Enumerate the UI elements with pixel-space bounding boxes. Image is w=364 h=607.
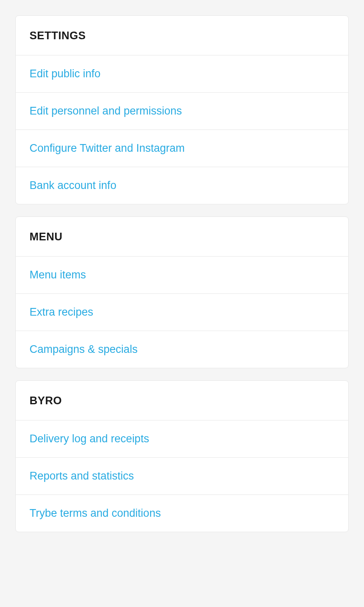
trybe-terms-conditions-link[interactable]: Trybe terms and conditions <box>16 495 348 532</box>
delivery-log-receipts-link[interactable]: Delivery log and receipts <box>16 420 348 458</box>
menu-items-link[interactable]: Menu items <box>16 257 348 294</box>
edit-public-info-link[interactable]: Edit public info <box>16 55 348 93</box>
menu-header: MENU <box>16 217 348 257</box>
byro-header: BYRO <box>16 381 348 420</box>
reports-statistics-link[interactable]: Reports and statistics <box>16 458 348 495</box>
menu-card: MENU Menu items Extra recipes Campaigns … <box>15 216 349 368</box>
byro-card: BYRO Delivery log and receipts Reports a… <box>15 380 349 532</box>
extra-recipes-link[interactable]: Extra recipes <box>16 294 348 331</box>
edit-personnel-permissions-link[interactable]: Edit personnel and permissions <box>16 93 348 130</box>
configure-twitter-instagram-link[interactable]: Configure Twitter and Instagram <box>16 130 348 167</box>
campaigns-specials-link[interactable]: Campaigns & specials <box>16 331 348 368</box>
settings-card: SETTINGS Edit public info Edit personnel… <box>15 15 349 204</box>
settings-header: SETTINGS <box>16 16 348 55</box>
bank-account-info-link[interactable]: Bank account info <box>16 167 348 204</box>
